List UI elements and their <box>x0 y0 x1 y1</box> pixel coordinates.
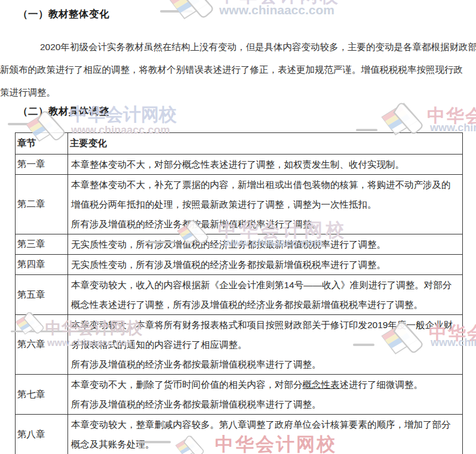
changes-line: 所有涉及增值税的经济业务都按最新增值税税率进行了调整。 <box>71 394 460 414</box>
changes-cell: 本章变动较大，收入的内容根据新《企业会计准则第14号——收入》准则进行了调整。对… <box>68 275 463 315</box>
changes-line: 本章整体变动不大，对部分概念性表述进行了调整，如权责发生制、收付实现制。 <box>71 155 460 174</box>
chapter-cell: 第二章 <box>16 175 68 234</box>
chapter-cell: 第八章 <box>16 415 68 454</box>
changes-cell: 无实质性变动，所有涉及增值税的经济业务都按最新增值税税率进行了调整。 <box>68 234 463 255</box>
table-row: 第三章无实质性变动，所有涉及增值税的经济业务都按最新增值税税率进行了调整。 <box>16 234 463 255</box>
changes-cell: 本章变动不大，删除了货币时间价值的相关内容，对部分概念性表述进行了细微调整。所有… <box>68 375 463 415</box>
table-row: 第五章本章变动较大，收入的内容根据新《企业会计准则第14号——收入》准则进行了调… <box>16 275 463 315</box>
changes-line: 无实质性变动，所有涉及增值税的经济业务都按最新增值税税率进行了调整。 <box>71 234 460 254</box>
chapter-cell: 第三章 <box>16 234 68 255</box>
table-row: 第四章无实质性变动，所有涉及增值税的经济业务都按最新增值税税率进行了调整。 <box>16 255 463 275</box>
changes-line: 本章变动不大，删除了货币时间价值的相关内容，对部分概念性表述进行了细微调整。 <box>71 375 460 394</box>
table-row: 第二章本章整体变动不大，补充了票据的内容，新增出租或出借包装物的核算，将购进不动… <box>16 175 463 234</box>
changes-cell: 本章变动较大，本章将所有财务报表格式和项目按照财政部关于修订印发2019年度一般… <box>68 315 463 375</box>
chapter-cell: 第一章 <box>16 155 68 175</box>
intro-paragraph: 2020年初级会计实务教材虽然在结构上没有变动，但是具体内容变动较多，主要的变动… <box>0 36 476 104</box>
changes-line: 概念及其账务处理。 <box>71 434 460 454</box>
table-row: 第六章本章变动较大，本章将所有财务报表格式和项目按照财政部关于修订印发2019年… <box>16 315 463 375</box>
table-row: 第七章本章变动不大，删除了货币时间价值的相关内容，对部分概念性表述进行了细微调整… <box>16 375 463 415</box>
chapter-cell: 第四章 <box>16 255 68 275</box>
section-heading-overall-changes: （一）教材整体变化 <box>18 0 476 21</box>
changes-table: 章节 主要变化 第一章本章整体变动不大，对部分概念性表述进行了调整，如权责发生制… <box>15 132 463 454</box>
table-header-row: 章节 主要变化 <box>16 133 463 155</box>
changes-line: 无实质性变动，所有涉及增值税的经济业务都按最新增值税税率进行了调整。 <box>71 255 460 274</box>
changes-cell: 无实质性变动，所有涉及增值税的经济业务都按最新增值税税率进行了调整。 <box>68 255 463 275</box>
col-header-chapter: 章节 <box>16 133 68 155</box>
paragraph-line: 策进行调整。 <box>0 81 476 104</box>
changes-line: 所有涉及增值税的经济业务都按最新增值税税率进行了调整。 <box>71 214 460 234</box>
changes-line: 所有涉及增值税的经济业务都按最新增值税税率进行了调整。 <box>71 354 460 374</box>
changes-line-segment: 本章变动不大，删除了货币时间价值的相关内容，对部分 <box>71 379 303 390</box>
watermark-dash <box>356 129 377 131</box>
changes-cell: 本章变动较大，整章删减内容较多。第八章调整了政府单位会计核算要素的顺序，增加了部… <box>68 415 463 454</box>
changes-line: 本章变动较大，整章删减内容较多。第八章调整了政府单位会计核算要素的顺序，增加了部… <box>71 415 460 434</box>
changes-line: 本章整体变动不大，补充了票据的内容，新增出租或出借包装物的核算，将购进不动产涉及… <box>71 175 460 194</box>
changes-cell: 本章整体变动不大，对部分概念性表述进行了调整，如权责发生制、收付实现制。 <box>68 155 463 175</box>
paragraph-line: 新颁布的政策进行了相应的调整，将教材个别错误表述进行了修正，表述更加规范严谨。增… <box>0 58 476 81</box>
changes-cell: 本章整体变动不大，补充了票据的内容，新增出租或出借包装物的核算，将购进不动产涉及… <box>68 175 463 234</box>
changes-line: 本章变动较大，收入的内容根据新《企业会计准则第14号——收入》准则进行了调整。对… <box>71 275 460 295</box>
section-heading-specific-adjustments: （二）教材具体调整 <box>18 105 476 118</box>
changes-line: 增值税分两年抵扣的处理，按照最新政策进行了调整，调整为一次性抵扣。 <box>71 194 460 214</box>
chapter-cell: 第六章 <box>16 315 68 375</box>
changes-line: 务报表格式的通知的内容进行了相应调整。 <box>71 335 460 354</box>
col-header-main-changes: 主要变化 <box>68 133 463 155</box>
table-row: 第八章本章变动较大，整章删减内容较多。第八章调整了政府单位会计核算要素的顺序，增… <box>16 415 463 454</box>
chapter-cell: 第七章 <box>16 375 68 415</box>
changes-line-segment: 概念性表 <box>303 379 340 390</box>
chapter-cell: 第五章 <box>16 275 68 315</box>
watermark-dash <box>8 123 35 125</box>
changes-line-segment: 述进行了细微调整。 <box>340 379 423 390</box>
changes-line: 本章变动较大，本章将所有财务报表格式和项目按照财政部关于修订印发2019年度一般… <box>71 315 460 335</box>
document-page: （一）教材整体变化 2020年初级会计实务教材虽然在结构上没有变动，但是具体内容… <box>0 0 476 454</box>
changes-line: 概念性表述进行了调整，所有涉及增值税的经济业务都按最新增值税税率进行了调整。 <box>71 295 460 314</box>
table-row: 第一章本章整体变动不大，对部分概念性表述进行了调整，如权责发生制、收付实现制。 <box>16 155 463 175</box>
paragraph-line: 2020年初级会计实务教材虽然在结构上没有变动，但是具体内容变动较多，主要的变动… <box>0 36 476 58</box>
